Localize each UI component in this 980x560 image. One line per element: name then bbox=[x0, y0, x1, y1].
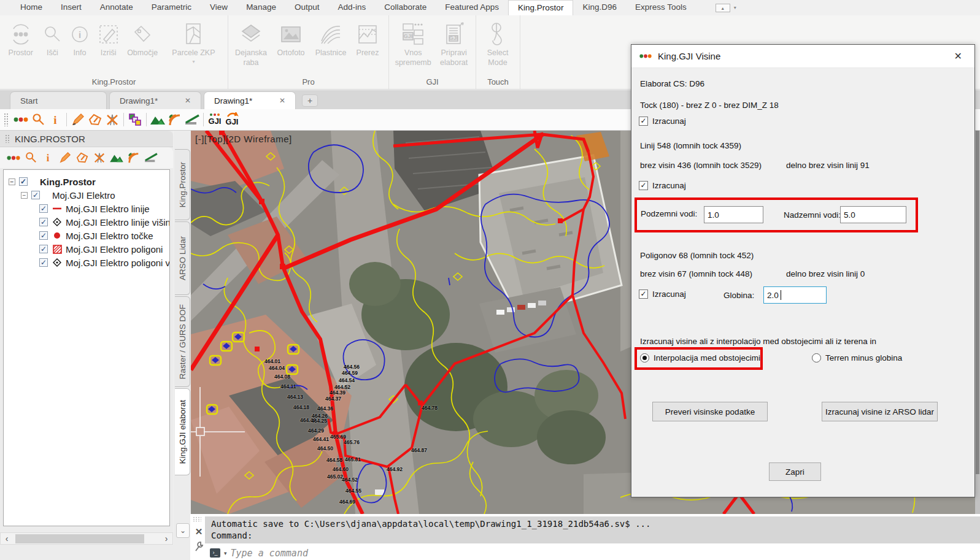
menu-manage[interactable]: Manage bbox=[237, 0, 285, 15]
signal-arcs-icon[interactable] bbox=[125, 150, 142, 166]
ortofoto-button[interactable]: Ortofoto bbox=[271, 19, 311, 59]
plastnice-button[interactable]: Plastnice bbox=[311, 19, 351, 59]
king-logo-icon[interactable] bbox=[12, 112, 29, 128]
info-icon[interactable]: i bbox=[47, 112, 64, 128]
scroll-right-icon[interactable]: › bbox=[160, 534, 172, 543]
tag-edit-icon[interactable] bbox=[87, 112, 104, 128]
scrollbar-thumb[interactable] bbox=[15, 534, 144, 543]
pylon-crossed-icon[interactable] bbox=[91, 150, 108, 166]
side-tab-king-gji-elaborat[interactable]: King.GJI elaborat bbox=[175, 388, 190, 475]
menu-king-d96[interactable]: King.D96 bbox=[573, 0, 626, 15]
tree-row-moj-gji-elektro[interactable]: − ✓ Moj.GJI Elektro bbox=[4, 188, 169, 202]
checkbox-checked[interactable]: ✓ bbox=[39, 258, 48, 267]
checkbox-checked[interactable]: ✓ bbox=[39, 231, 48, 240]
checkbox-checked[interactable]: ✓ bbox=[19, 177, 28, 186]
menu-annotate[interactable]: Annotate bbox=[91, 0, 142, 15]
isci-button[interactable]: Išči bbox=[39, 19, 66, 59]
dialog-title-bar[interactable]: King.GJI Visine ✕ bbox=[631, 45, 974, 68]
checkbox-checked[interactable]: ✓ bbox=[31, 191, 40, 199]
tab-drawing1[interactable]: Drawing1* ✕ bbox=[109, 91, 201, 109]
pripravi-elaborat-button[interactable]: GJI Pripravi elaborat bbox=[434, 19, 473, 69]
tree-row-elektro-linije-visine[interactable]: ✓ Moj.GJI Elektro linije višine bbox=[4, 215, 169, 229]
close-icon[interactable]: ✕ bbox=[195, 526, 203, 537]
menu-parametric[interactable]: Parametric bbox=[142, 0, 201, 15]
menu-king-prostor[interactable]: King.Prostor bbox=[508, 0, 573, 15]
chevron-down-icon[interactable]: ▾ bbox=[734, 5, 736, 10]
checkbox-checked[interactable]: ✓ bbox=[39, 218, 48, 226]
close-icon[interactable]: ✕ bbox=[949, 50, 967, 62]
map-vertical-scrollbar[interactable] bbox=[975, 131, 980, 514]
signal-arcs-icon[interactable] bbox=[166, 112, 183, 128]
command-history[interactable]: Automatic save to C:\Users\djana\appdata… bbox=[205, 516, 980, 543]
menu-featured-apps[interactable]: Featured Apps bbox=[436, 0, 508, 15]
checkbox-checked[interactable]: ✓ bbox=[639, 117, 648, 126]
vnos-sprememb-button[interactable]: GJI Vnos sprememb bbox=[392, 19, 434, 69]
podzemni-input[interactable] bbox=[704, 206, 763, 223]
radio-unselected-icon[interactable] bbox=[812, 353, 821, 362]
menu-output[interactable]: Output bbox=[285, 0, 329, 15]
collapse-up-icon[interactable]: ▲ bbox=[716, 4, 730, 12]
tree-row-king-prostor[interactable]: − ✓ King.Prostor bbox=[4, 175, 169, 188]
izracunaj-poligoni-checkbox[interactable]: ✓ Izracunaj bbox=[639, 290, 686, 299]
king-logo-icon[interactable] bbox=[5, 150, 22, 166]
izracunaj-tocke-checkbox[interactable]: ✓ Izracunaj bbox=[639, 117, 686, 126]
panel-header[interactable]: KING.PROSTOR bbox=[0, 131, 173, 147]
panel-collapse-button[interactable]: ⌄ bbox=[176, 523, 190, 538]
toolbar-grip[interactable] bbox=[4, 113, 9, 126]
command-input[interactable] bbox=[231, 548, 980, 559]
select-mode-button[interactable]: Select Mode bbox=[479, 19, 517, 69]
gji-arrow-icon[interactable]: GJI bbox=[223, 112, 241, 128]
side-tab-raster-gurs-dof[interactable]: Raster / GURS DOF bbox=[175, 296, 190, 387]
side-tab-arso-lidar[interactable]: ARSO Lidar bbox=[175, 221, 190, 295]
wrench-icon[interactable] bbox=[194, 541, 204, 554]
dejanska-raba-button[interactable]: Dejanska raba bbox=[231, 19, 271, 69]
checkbox-checked[interactable]: ✓ bbox=[39, 245, 48, 253]
search-icon[interactable] bbox=[22, 150, 39, 166]
mountains-icon[interactable] bbox=[149, 112, 166, 128]
gji-dots-icon[interactable]: GJI bbox=[206, 112, 223, 128]
pylon-crossed-icon[interactable] bbox=[104, 112, 121, 128]
tab-drawing1-active[interactable]: Drawing1* ✕ bbox=[204, 91, 296, 109]
pencil-icon[interactable] bbox=[56, 150, 74, 166]
prerez-button[interactable]: Prerez bbox=[351, 19, 384, 59]
chevron-down-icon[interactable]: ▾ bbox=[224, 550, 227, 556]
terminal-prompt-icon[interactable]: ›_ bbox=[210, 548, 220, 558]
info-button[interactable]: i Info bbox=[66, 19, 94, 59]
scroll-left-icon[interactable]: ‹ bbox=[1, 534, 13, 543]
side-tab-king-prostor[interactable]: King.Prostor bbox=[175, 149, 190, 220]
pencil-icon[interactable] bbox=[69, 112, 87, 128]
checkbox-checked[interactable]: ✓ bbox=[39, 204, 48, 213]
menu-home[interactable]: Home bbox=[11, 0, 52, 15]
command-grip[interactable] bbox=[193, 516, 201, 523]
teren-minus-globina-radio[interactable]: Terren minus globina bbox=[812, 353, 902, 362]
checkbox-checked[interactable]: ✓ bbox=[639, 181, 648, 190]
mountains-icon[interactable] bbox=[108, 150, 125, 166]
info-icon[interactable]: i bbox=[39, 150, 56, 166]
tag-edit-icon[interactable] bbox=[74, 150, 91, 166]
izrisi-button[interactable]: Izriši bbox=[94, 19, 123, 59]
menu-collaborate[interactable]: Collaborate bbox=[375, 0, 436, 15]
collapse-icon[interactable]: − bbox=[21, 192, 28, 199]
tree-row-elektro-linije[interactable]: ✓ Moj.GJI Elektro linije bbox=[4, 202, 169, 215]
tree-row-elektro-tocke[interactable]: ✓ Moj.GJI Elektro točke bbox=[4, 229, 169, 242]
izracunaj-visine-arso-button[interactable]: Izracunaj visine iz ARSO lidar bbox=[822, 402, 938, 421]
tree-row-elektro-poligoni[interactable]: ✓ Moj.GJI Elektro poligoni bbox=[4, 242, 169, 256]
radio-selected-icon[interactable] bbox=[640, 353, 649, 362]
prostor-button[interactable]: Prostor bbox=[2, 19, 39, 59]
izracunaj-linije-checkbox[interactable]: ✓ Izracunaj bbox=[639, 181, 686, 190]
slope-icon[interactable] bbox=[142, 150, 160, 166]
obmocje-button[interactable]: Območje bbox=[123, 19, 161, 59]
zapri-button[interactable]: Zapri bbox=[769, 462, 821, 481]
checkbox-checked[interactable]: ✓ bbox=[639, 290, 648, 299]
close-icon[interactable]: ✕ bbox=[185, 96, 191, 105]
panel-grip[interactable] bbox=[5, 134, 10, 143]
menu-view[interactable]: View bbox=[201, 0, 237, 15]
parcel-chain-icon[interactable] bbox=[126, 112, 144, 128]
menu-addins[interactable]: Add-ins bbox=[328, 0, 375, 15]
preveri-visinske-podatke-button[interactable]: Preveri visinske podatke bbox=[652, 402, 768, 421]
panel-horizontal-scrollbar[interactable]: ‹ › bbox=[0, 532, 173, 545]
parcele-zkp-button[interactable]: Parcele ZKP ▾ bbox=[162, 19, 225, 66]
tab-start[interactable]: Start bbox=[10, 91, 107, 109]
close-icon[interactable]: ✕ bbox=[279, 96, 285, 105]
menu-insert[interactable]: Insert bbox=[52, 0, 91, 15]
